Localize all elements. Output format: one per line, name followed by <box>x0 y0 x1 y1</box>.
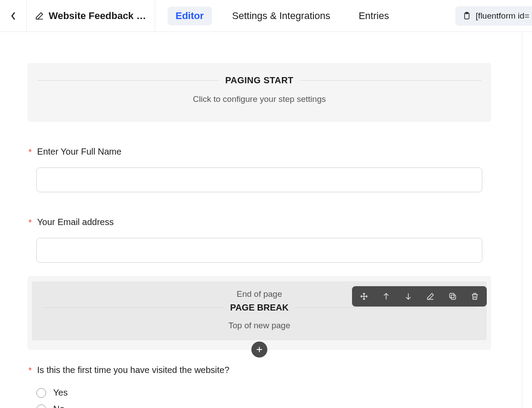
svg-rect-2 <box>451 295 456 299</box>
chevron-left-icon <box>11 12 16 20</box>
form-canvas: PAGING START Click to configure your ste… <box>27 63 491 408</box>
form-title-button[interactable]: Website Feedback (... <box>27 0 155 32</box>
header-bar: Website Feedback (... Editor Settings & … <box>0 0 532 32</box>
tab-entries[interactable]: Entries <box>351 7 397 25</box>
arrow-up-icon <box>382 292 391 301</box>
radio-group: Yes No <box>36 388 491 408</box>
move-down-button[interactable] <box>397 286 419 307</box>
plus-icon <box>255 346 263 354</box>
radio-option-no[interactable]: No <box>36 404 491 408</box>
full-name-input[interactable] <box>36 167 482 192</box>
shortcode-text: [fluentform id= <box>476 11 529 21</box>
required-asterisk: * <box>28 218 32 227</box>
field-label-text: Enter Your Full Name <box>37 147 121 157</box>
duplicate-button[interactable] <box>442 286 464 307</box>
required-asterisk: * <box>28 148 32 156</box>
clipboard-icon <box>462 12 471 20</box>
field-email[interactable]: * Your Email address <box>27 217 491 263</box>
arrow-down-icon <box>404 292 413 301</box>
trash-icon <box>470 292 479 301</box>
delete-button[interactable] <box>464 286 486 307</box>
paging-start-subtitle: Click to configure your step settings <box>37 94 481 104</box>
radio-circle-icon <box>36 404 46 408</box>
tab-bar: Editor Settings & Integrations Entries <box>155 7 397 25</box>
back-button[interactable] <box>0 0 27 32</box>
sidebar-divider <box>522 32 522 408</box>
paging-start-block[interactable]: PAGING START Click to configure your ste… <box>27 63 491 122</box>
field-first-visit[interactable]: * Is this the first time you have visite… <box>27 365 491 408</box>
shortcode-chip[interactable]: [fluentform id= <box>455 6 532 26</box>
move-icon <box>360 292 368 301</box>
required-asterisk: * <box>28 366 32 375</box>
svg-rect-3 <box>450 293 454 298</box>
radio-label: No <box>53 404 65 408</box>
page-break-title: PAGE BREAK <box>230 303 289 313</box>
email-input[interactable] <box>36 238 482 263</box>
paging-start-title: PAGING START <box>225 75 293 85</box>
element-toolbar <box>352 286 487 307</box>
page-break-top-label: Top of new page <box>42 321 477 330</box>
copy-icon <box>448 292 457 301</box>
page-break-block[interactable]: End of page PAGE BREAK Top of new page <box>27 276 491 350</box>
field-label-text: Is this the first time you have visited … <box>37 365 230 375</box>
move-up-button[interactable] <box>375 286 397 307</box>
pencil-icon <box>35 11 44 21</box>
tab-settings[interactable]: Settings & Integrations <box>224 7 338 25</box>
edit-button[interactable] <box>419 286 442 307</box>
add-element-button[interactable] <box>251 342 267 357</box>
form-title-text: Website Feedback (... <box>49 10 147 22</box>
pencil-icon <box>426 292 435 301</box>
field-label-text: Your Email address <box>37 217 114 227</box>
radio-circle-icon <box>36 388 46 398</box>
radio-label: Yes <box>53 388 68 398</box>
field-full-name[interactable]: * Enter Your Full Name <box>27 147 491 192</box>
move-button[interactable] <box>353 286 375 307</box>
radio-option-yes[interactable]: Yes <box>36 388 491 398</box>
tab-editor[interactable]: Editor <box>168 7 212 25</box>
